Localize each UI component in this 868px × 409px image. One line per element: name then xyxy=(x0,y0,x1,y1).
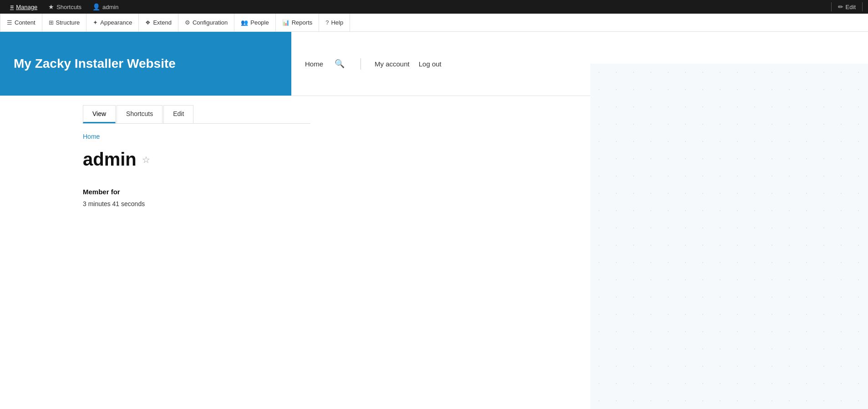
member-for-value: 3 minutes 41 seconds xyxy=(83,200,868,207)
content-icon: ☰ xyxy=(7,19,12,26)
nav-divider xyxy=(360,58,361,70)
member-for-section: Member for 3 minutes 41 seconds xyxy=(83,188,868,207)
shortcuts-label: Shortcuts xyxy=(56,4,81,10)
nav-appearance[interactable]: ✦ Appearance xyxy=(86,14,139,31)
extend-icon: ❖ xyxy=(145,19,151,26)
people-icon: 👥 xyxy=(241,19,248,26)
tab-view[interactable]: View xyxy=(83,105,116,123)
bookmark-star-icon[interactable]: ☆ xyxy=(142,154,150,165)
page-username-heading: admin xyxy=(83,149,137,170)
nav-help[interactable]: ? Help xyxy=(319,14,350,31)
star-toolbar-icon: ★ xyxy=(48,3,54,10)
nav-configuration-label: Configuration xyxy=(193,19,228,26)
nav-extend-label: Extend xyxy=(153,19,171,26)
reports-icon: 📊 xyxy=(282,19,289,26)
appearance-icon: ✦ xyxy=(93,19,98,26)
nav-content-label: Content xyxy=(15,19,36,26)
site-title: My Zacky Installer Website xyxy=(14,56,176,71)
main-content: View Shortcuts Edit Home admin ☆ Member … xyxy=(0,96,868,226)
nav-help-label: Help xyxy=(331,19,343,26)
manage-icon: ≡ xyxy=(10,3,14,10)
log-out-nav-link[interactable]: Log out xyxy=(419,60,442,68)
page-tabs: View Shortcuts Edit xyxy=(83,105,310,124)
breadcrumb-home[interactable]: Home xyxy=(83,133,100,140)
search-button[interactable]: 🔍 xyxy=(332,56,347,71)
secondary-nav: ☰ Content ⊞ Structure ✦ Appearance ❖ Ext… xyxy=(0,14,868,32)
user-toolbar-icon: 👤 xyxy=(92,3,100,10)
nav-structure[interactable]: ⊞ Structure xyxy=(42,14,87,31)
configuration-icon: ⚙ xyxy=(185,19,190,26)
breadcrumb: Home xyxy=(83,133,868,140)
shortcuts-link[interactable]: ★ Shortcuts xyxy=(43,0,87,14)
my-account-nav-link[interactable]: My account xyxy=(375,60,410,68)
toolbar-divider xyxy=(831,2,832,11)
admin-link[interactable]: 👤 admin xyxy=(87,0,124,14)
admin-toolbar: ≡ Manage ★ Shortcuts 👤 admin ✏ Edit xyxy=(0,0,868,14)
toolbar-right: ✏ Edit xyxy=(830,2,863,11)
edit-toolbar-link[interactable]: ✏ Edit xyxy=(832,3,861,10)
edit-toolbar-label: Edit xyxy=(846,4,856,10)
nav-extend[interactable]: ❖ Extend xyxy=(139,14,178,31)
nav-reports[interactable]: 📊 Reports xyxy=(276,14,320,31)
tab-shortcuts[interactable]: Shortcuts xyxy=(117,105,162,123)
member-for-label: Member for xyxy=(83,188,868,196)
nav-structure-label: Structure xyxy=(56,19,80,26)
manage-link[interactable]: ≡ Manage xyxy=(5,0,43,14)
nav-appearance-label: Appearance xyxy=(100,19,132,26)
page-heading-wrapper: admin ☆ xyxy=(83,149,868,170)
site-header: My Zacky Installer Website xyxy=(0,32,291,96)
toolbar-divider-2 xyxy=(862,2,863,11)
nav-people-label: People xyxy=(250,19,269,26)
tab-edit[interactable]: Edit xyxy=(163,105,193,123)
admin-user-label: admin xyxy=(102,4,118,10)
structure-icon: ⊞ xyxy=(49,19,54,26)
home-nav-link[interactable]: Home xyxy=(305,60,323,68)
nav-content[interactable]: ☰ Content xyxy=(0,14,42,31)
layout-wrapper: My Zacky Installer Website Home 🔍 My acc… xyxy=(0,32,868,409)
nav-people[interactable]: 👥 People xyxy=(234,14,275,31)
pencil-icon: ✏ xyxy=(838,3,843,10)
nav-reports-label: Reports xyxy=(292,19,313,26)
manage-label: Manage xyxy=(16,4,37,10)
nav-configuration[interactable]: ⚙ Configuration xyxy=(178,14,234,31)
help-icon: ? xyxy=(325,19,329,26)
